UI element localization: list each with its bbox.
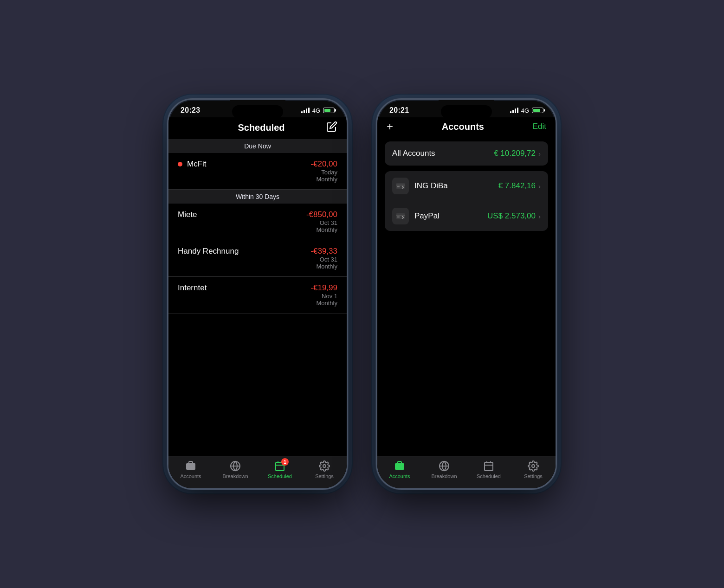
- all-accounts-card[interactable]: All Accounts € 10.209,72 ›: [385, 141, 548, 166]
- page-title: Scheduled: [238, 122, 284, 133]
- svg-point-21: [532, 465, 535, 467]
- edit-button[interactable]: Edit: [533, 122, 546, 131]
- item-right: -€39,33 Oct 31 Monthly: [310, 247, 337, 270]
- tab-breakdown-label-2: Breakdown: [431, 473, 457, 479]
- tab-scheduled-label-2: Scheduled: [477, 473, 501, 479]
- accounts-tab-icon-2: [394, 460, 406, 472]
- svg-rect-0: [186, 463, 195, 470]
- scheduled-tab-icon-2: [483, 460, 495, 472]
- tab-bar-2: Accounts Breakdown: [377, 456, 556, 488]
- account-list-card: ING DiBa € 7.842,16 ›: [385, 171, 548, 231]
- breakdown-tab-icon-2: [438, 460, 450, 472]
- chevron-right-icon-ing: ›: [538, 182, 541, 190]
- status-icons: 4G: [301, 107, 335, 114]
- settings-tab-icon-2: [527, 460, 539, 472]
- side-button-vol-up: [167, 185, 168, 216]
- edit-square-icon[interactable]: [326, 121, 337, 134]
- nav-header: Scheduled: [168, 117, 347, 139]
- ing-account-icon: [392, 178, 409, 194]
- dynamic-island-2: [441, 105, 492, 118]
- item-amount: -€20,00: [310, 160, 337, 169]
- svg-point-7: [323, 465, 326, 467]
- signal-icon: [301, 108, 310, 113]
- side-button-right: [347, 174, 348, 211]
- item-left: Handy Rechnung: [178, 247, 239, 256]
- list-item[interactable]: Interntet -€19,99 Nov 1 Monthly: [168, 277, 347, 313]
- item-freq: Monthly: [310, 300, 337, 307]
- scheduled-tab-icon: 1: [274, 460, 286, 472]
- add-account-button[interactable]: +: [387, 121, 393, 132]
- dynamic-island: [232, 105, 283, 118]
- chevron-right-icon-paypal: ›: [538, 212, 541, 220]
- side-button-mute: [167, 160, 168, 177]
- all-accounts-value: € 10.209,72 ›: [494, 149, 541, 158]
- tab-breakdown-2[interactable]: Breakdown: [422, 460, 466, 479]
- side-button-right-2: [556, 174, 557, 211]
- account-row-left-paypal: PayPal: [392, 208, 440, 224]
- paypal-account-amount: US$ 2.573,00: [487, 211, 536, 221]
- item-freq: Monthly: [306, 226, 337, 233]
- status-time: 20:23: [181, 106, 200, 115]
- item-freq: Monthly: [310, 176, 337, 183]
- tab-settings-2[interactable]: Settings: [511, 460, 556, 479]
- item-freq: Monthly: [310, 263, 337, 270]
- section-within-30: Within 30 Days: [168, 190, 347, 204]
- account-row-paypal[interactable]: PayPal US$ 2.573,00 ›: [385, 201, 548, 231]
- paypal-account-icon: [392, 208, 409, 224]
- network-type: 4G: [312, 107, 320, 114]
- list-item[interactable]: McFit -€20,00 Today Monthly: [168, 153, 347, 190]
- item-left: Interntet: [178, 283, 207, 293]
- page-title-accounts: Accounts: [442, 121, 484, 132]
- tab-scheduled-label: Scheduled: [268, 473, 292, 479]
- item-left: McFit: [178, 160, 207, 169]
- settings-tab-icon: [318, 460, 330, 472]
- network-type-2: 4G: [521, 107, 529, 114]
- item-right: -€850,00 Oct 31 Monthly: [306, 210, 337, 233]
- battery-icon-2: [532, 108, 543, 113]
- account-row-ing[interactable]: ING DiBa € 7.842,16 ›: [385, 171, 548, 201]
- side-button-mute-2: [376, 160, 377, 177]
- item-amount: -€850,00: [306, 210, 337, 219]
- tab-accounts[interactable]: Accounts: [168, 460, 213, 479]
- svg-rect-13: [397, 217, 400, 217]
- item-amount: -€39,33: [310, 247, 337, 256]
- tab-breakdown-label: Breakdown: [222, 473, 248, 479]
- status-icons-2: 4G: [510, 107, 543, 114]
- list-item[interactable]: Handy Rechnung -€39,33 Oct 31 Monthly: [168, 240, 347, 277]
- paypal-account-name: PayPal: [414, 211, 440, 221]
- accounts-screen: + Accounts Edit All Accounts € 10.209,72…: [377, 117, 556, 488]
- all-accounts-row: All Accounts € 10.209,72 ›: [385, 141, 548, 166]
- item-dot: [178, 162, 182, 166]
- svg-rect-8: [396, 183, 405, 189]
- item-amount: -€19,99: [310, 283, 337, 293]
- item-right: -€20,00 Today Monthly: [310, 160, 337, 183]
- item-name: Miete: [178, 210, 197, 219]
- chevron-right-icon: ›: [538, 150, 541, 158]
- phone-accounts: 20:21 4G + Accou: [376, 98, 557, 490]
- item-date: Oct 31: [310, 256, 337, 263]
- ing-account-amount: € 7.842,16: [498, 181, 536, 191]
- side-button-vol-down: [167, 223, 168, 253]
- accounts-tab-icon: [185, 460, 197, 472]
- tab-settings-label: Settings: [315, 473, 334, 479]
- scene: 20:23 4G Schedu: [149, 80, 575, 508]
- all-accounts-label: All Accounts: [392, 149, 435, 158]
- account-row-right: € 7.842,16 ›: [498, 181, 541, 191]
- list-item[interactable]: Miete -€850,00 Oct 31 Monthly: [168, 204, 347, 240]
- tab-settings-label-2: Settings: [524, 473, 543, 479]
- svg-rect-14: [395, 463, 404, 470]
- tab-scheduled[interactable]: 1 Scheduled: [258, 460, 302, 479]
- svg-rect-17: [485, 462, 493, 471]
- item-name: Interntet: [178, 283, 207, 293]
- phone-scheduled: 20:23 4G Schedu: [167, 98, 348, 490]
- tab-breakdown[interactable]: Breakdown: [213, 460, 258, 479]
- item-right: -€19,99 Nov 1 Monthly: [310, 283, 337, 307]
- item-date: Oct 31: [306, 219, 337, 226]
- tab-accounts-label-2: Accounts: [389, 473, 410, 479]
- account-row-right-paypal: US$ 2.573,00 ›: [487, 211, 541, 221]
- breakdown-tab-icon: [229, 460, 241, 472]
- tab-scheduled-2[interactable]: Scheduled: [466, 460, 511, 479]
- tab-accounts-2[interactable]: Accounts: [377, 460, 422, 479]
- tab-settings[interactable]: Settings: [302, 460, 347, 479]
- scheduled-screen: Scheduled Due Now McFit: [168, 117, 347, 488]
